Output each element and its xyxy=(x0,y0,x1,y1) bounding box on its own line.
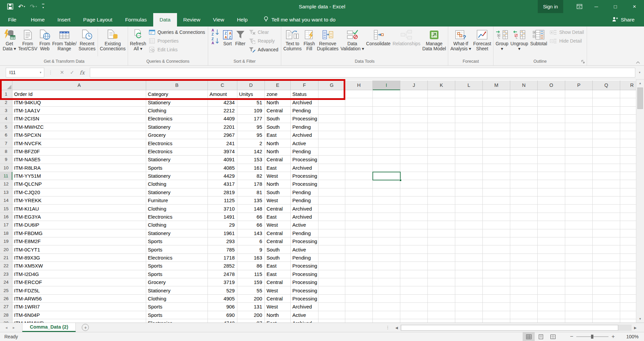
cell-C18[interactable]: 1961 xyxy=(208,229,237,237)
cell-B19[interactable]: Sports xyxy=(146,237,208,245)
cell-C28[interactable]: 690 xyxy=(208,311,237,319)
row-header-17[interactable]: 17 xyxy=(0,221,12,229)
cell-H6[interactable] xyxy=(345,131,373,139)
cell-N12[interactable] xyxy=(510,180,538,188)
ribbon-sort-button[interactable]: ZAAZSort xyxy=(221,27,234,58)
cell-H19[interactable] xyxy=(345,237,373,245)
cell-I5[interactable] xyxy=(373,123,400,131)
cell-E9[interactable]: Central xyxy=(265,156,291,164)
cell-Q19[interactable] xyxy=(593,237,620,245)
cell-P1[interactable] xyxy=(565,90,593,98)
maximize-button[interactable]: □ xyxy=(606,0,625,13)
cell-O18[interactable] xyxy=(538,229,565,237)
cell-E20[interactable]: South xyxy=(265,245,291,253)
cell-N6[interactable] xyxy=(510,131,538,139)
cell-P26[interactable] xyxy=(565,295,593,303)
cell-C20[interactable]: 785 xyxy=(208,245,237,253)
cell-K21[interactable] xyxy=(428,254,455,262)
cell-O21[interactable] xyxy=(538,254,565,262)
row-header-26[interactable]: 26 xyxy=(0,295,12,303)
tell-me-box[interactable]: Tell me what you want to do xyxy=(264,13,336,26)
cell-P19[interactable] xyxy=(565,237,593,245)
cell-Q14[interactable] xyxy=(593,196,620,205)
cell-H21[interactable] xyxy=(345,254,373,262)
cell-E15[interactable]: Central xyxy=(265,205,291,213)
zoom-slider[interactable] xyxy=(576,336,608,337)
cell-C3[interactable]: 2212 xyxy=(208,107,237,115)
name-box[interactable]: I11 ▾ xyxy=(6,68,44,77)
cell-C24[interactable]: 3719 xyxy=(208,278,237,286)
cell-B26[interactable]: Clothing xyxy=(146,295,208,303)
cell-A18[interactable]: ITM-FBDMG xyxy=(12,229,146,237)
cell-C14[interactable]: 1125 xyxy=(208,196,237,205)
cell-F1[interactable]: Status xyxy=(291,90,318,98)
cell-E8[interactable]: North xyxy=(265,148,291,156)
cell-P14[interactable] xyxy=(565,196,593,205)
cell-I13[interactable] xyxy=(373,188,400,196)
cell-M3[interactable] xyxy=(483,107,510,115)
cell-H14[interactable] xyxy=(345,196,373,205)
cell-R6[interactable] xyxy=(620,131,636,139)
cell-K11[interactable] xyxy=(428,172,455,180)
cell-P15[interactable] xyxy=(565,205,593,213)
cell-R13[interactable] xyxy=(620,188,636,196)
cell-G25[interactable] xyxy=(318,286,345,294)
cell-R25[interactable] xyxy=(620,286,636,294)
cell-J14[interactable] xyxy=(400,196,428,205)
cell-G14[interactable] xyxy=(318,196,345,205)
cell-Q12[interactable] xyxy=(593,180,620,188)
cell-D19[interactable]: 6 xyxy=(237,237,265,245)
tab-scroll-splitter[interactable]: ⋮ xyxy=(386,325,390,330)
share-button[interactable]: Share xyxy=(612,13,644,26)
scroll-down-icon[interactable]: ▼ xyxy=(636,315,644,323)
formula-input[interactable] xyxy=(90,68,635,77)
cell-H13[interactable] xyxy=(345,188,373,196)
column-header-K[interactable]: K xyxy=(428,80,455,90)
column-header-I[interactable]: I xyxy=(373,80,400,90)
row-header-7[interactable]: 7 xyxy=(0,139,12,147)
cell-K10[interactable] xyxy=(428,164,455,172)
zoom-out-icon[interactable]: − xyxy=(567,333,576,340)
cell-F24[interactable]: Processing xyxy=(291,278,318,286)
cell-M5[interactable] xyxy=(483,123,510,131)
row-header-2[interactable]: 2 xyxy=(0,98,12,106)
cell-N21[interactable] xyxy=(510,254,538,262)
cell-H9[interactable] xyxy=(345,156,373,164)
cell-R9[interactable] xyxy=(620,156,636,164)
cell-G4[interactable] xyxy=(318,115,345,123)
cell-B2[interactable]: Stationery xyxy=(146,98,208,106)
row-header-1[interactable]: 1 xyxy=(0,90,12,98)
cell-H10[interactable] xyxy=(345,164,373,172)
zoom-slider-thumb[interactable] xyxy=(591,335,593,339)
cell-H17[interactable] xyxy=(345,221,373,229)
cell-G3[interactable] xyxy=(318,107,345,115)
cell-M29[interactable] xyxy=(483,319,510,323)
cell-H8[interactable] xyxy=(345,148,373,156)
cell-L18[interactable] xyxy=(455,229,483,237)
cell-C5[interactable]: 2201 xyxy=(208,123,237,131)
cell-B7[interactable]: Electronics xyxy=(146,139,208,147)
cell-A20[interactable]: ITM-0CYT1 xyxy=(12,245,146,253)
scroll-left-icon[interactable]: ◀ xyxy=(393,326,400,330)
cell-A2[interactable]: ITM-94KUQ xyxy=(12,98,146,106)
cell-O6[interactable] xyxy=(538,131,565,139)
horizontal-scroll-thumb[interactable] xyxy=(401,325,618,331)
cell-J18[interactable] xyxy=(400,229,428,237)
cell-J7[interactable] xyxy=(400,139,428,147)
cell-G27[interactable] xyxy=(318,303,345,311)
cell-D11[interactable]: 82 xyxy=(237,172,265,180)
cell-H20[interactable] xyxy=(345,245,373,253)
cell-M19[interactable] xyxy=(483,237,510,245)
cell-Q20[interactable] xyxy=(593,245,620,253)
row-header-4[interactable]: 4 xyxy=(0,115,12,123)
cell-K16[interactable] xyxy=(428,213,455,221)
cell-P7[interactable] xyxy=(565,139,593,147)
cell-I3[interactable] xyxy=(373,107,400,115)
cell-P9[interactable] xyxy=(565,156,593,164)
tab-page-layout[interactable]: Page Layout xyxy=(77,13,119,26)
cell-E4[interactable]: South xyxy=(265,115,291,123)
cell-Q11[interactable] xyxy=(593,172,620,180)
cell-R10[interactable] xyxy=(620,164,636,172)
cell-Q3[interactable] xyxy=(593,107,620,115)
cell-I8[interactable] xyxy=(373,148,400,156)
